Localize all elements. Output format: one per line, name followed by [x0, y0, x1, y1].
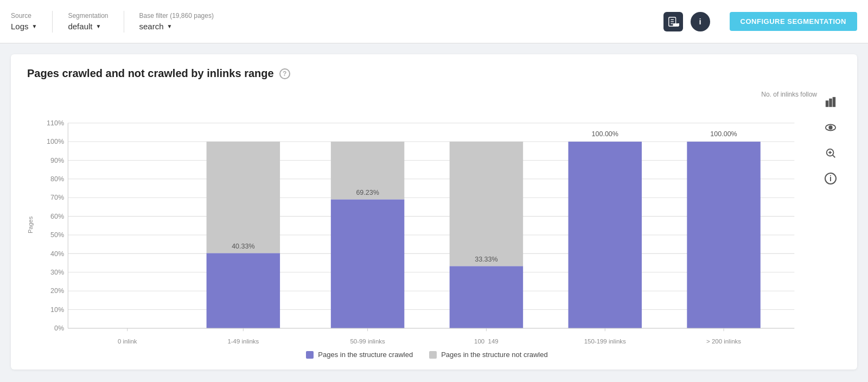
- bar-crawled-50-99: [331, 199, 404, 328]
- bar-not-crawled-1-49: [207, 142, 280, 253]
- svg-text:110%: 110%: [47, 119, 64, 127]
- chart-area: No. of inlinks follow 110% 100% 90% 80% …: [37, 91, 817, 359]
- x-label-200-plus: > 200 inlinks: [706, 338, 741, 343]
- x-label-100-149: 100_149: [474, 338, 499, 343]
- legend-crawled-color: [306, 351, 314, 359]
- separator-1: [52, 11, 53, 33]
- pct-label-150-199: 100.00%: [592, 130, 618, 138]
- legend-not-crawled: Pages in the structure not crawled: [429, 351, 548, 359]
- svg-line-43: [833, 155, 835, 158]
- svg-text:30%: 30%: [50, 269, 64, 276]
- eye-icon[interactable]: [825, 122, 837, 136]
- source-label: Source: [11, 12, 37, 20]
- legend-not-crawled-color: [429, 351, 437, 359]
- no-inlinks-note: No. of inlinks follow: [37, 91, 817, 98]
- svg-text:40%: 40%: [50, 250, 64, 258]
- source-arrow-icon: ▼: [32, 23, 37, 29]
- segmentation-select[interactable]: default ▼: [68, 22, 108, 31]
- x-label-0: 0 inlink: [118, 338, 137, 343]
- bar-not-crawled-100-149: [450, 142, 523, 266]
- chart-help-icon[interactable]: ?: [279, 68, 290, 79]
- chart-title-text: Pages crawled and not crawled by inlinks…: [27, 67, 274, 80]
- pct-label-50-99: 69.23%: [356, 189, 379, 196]
- side-icons: i: [820, 91, 841, 359]
- pct-label-200-plus: 100.00%: [710, 130, 737, 138]
- bar-crawled-200-plus: [687, 142, 760, 328]
- chart-container: Pages No. of inlinks follow 110% 100% 90…: [27, 91, 841, 359]
- svg-text:PDF: PDF: [673, 23, 679, 27]
- chart-title: Pages crawled and not crawled by inlinks…: [27, 67, 841, 80]
- svg-point-41: [829, 126, 832, 129]
- pdf-export-button[interactable]: PDF: [663, 12, 683, 31]
- bar-crawled-100-149: [450, 266, 523, 328]
- svg-text:80%: 80%: [50, 175, 64, 183]
- chart-card: Pages crawled and not crawled by inlinks…: [11, 54, 857, 370]
- x-label-150-199: 150-199 inlinks: [584, 338, 626, 343]
- svg-rect-38: [829, 99, 832, 107]
- zoom-in-icon[interactable]: [825, 147, 837, 162]
- segmentation-value: default: [68, 22, 92, 31]
- pct-label-100-149: 33.33%: [475, 256, 497, 263]
- svg-text:90%: 90%: [50, 157, 64, 164]
- base-filter-value: search: [139, 22, 164, 31]
- base-filter-select[interactable]: search ▼: [139, 22, 214, 31]
- info-side-icon[interactable]: i: [825, 173, 837, 184]
- base-filter-arrow-icon: ▼: [167, 23, 173, 29]
- configure-segmentation-button[interactable]: CONFIGURE SEGMENTATION: [730, 12, 857, 31]
- top-icons: PDF i: [663, 12, 710, 31]
- source-select[interactable]: Logs ▼: [11, 22, 37, 31]
- svg-text:10%: 10%: [50, 306, 64, 314]
- legend-crawled-label: Pages in the structure crawled: [318, 351, 413, 359]
- x-label-1-49: 1-49 inlinks: [227, 338, 259, 343]
- separator-2: [124, 11, 124, 33]
- svg-rect-37: [826, 101, 828, 106]
- segmentation-label: Segmentation: [68, 12, 108, 20]
- bar-chart-icon[interactable]: [825, 96, 837, 111]
- legend-not-crawled-label: Pages in the structure not crawled: [441, 351, 548, 359]
- svg-text:0%: 0%: [54, 324, 64, 332]
- chart-svg: 110% 100% 90% 80% 70% 60% 50% 40% 30% 20…: [37, 100, 817, 343]
- base-filter-control: Base filter (19,860 pages) search ▼: [139, 12, 214, 31]
- main-content: Pages crawled and not crawled by inlinks…: [0, 43, 868, 380]
- chart-legend: Pages in the structure crawled Pages in …: [37, 351, 817, 359]
- bar-crawled-1-49: [207, 253, 280, 328]
- pct-label-1-49: 40.33%: [232, 243, 254, 250]
- svg-text:20%: 20%: [50, 287, 64, 295]
- svg-text:50%: 50%: [50, 231, 64, 239]
- source-value: Logs: [11, 22, 29, 31]
- svg-text:70%: 70%: [50, 194, 64, 201]
- segmentation-arrow-icon: ▼: [95, 23, 101, 29]
- base-filter-label: Base filter (19,860 pages): [139, 12, 214, 20]
- source-control: Source Logs ▼: [11, 12, 37, 31]
- y-axis: 110% 100% 90% 80% 70% 60% 50% 40% 30% 20…: [47, 119, 794, 332]
- svg-text:60%: 60%: [50, 213, 64, 220]
- x-label-50-99: 50-99 inlinks: [350, 338, 385, 343]
- segmentation-control: Segmentation default ▼: [68, 12, 108, 31]
- legend-crawled: Pages in the structure crawled: [306, 351, 413, 359]
- top-bar: Source Logs ▼ Segmentation default ▼ Bas…: [0, 0, 868, 43]
- svg-text:100%: 100%: [47, 138, 64, 145]
- info-button[interactable]: i: [691, 12, 710, 31]
- bar-crawled-150-199: [569, 142, 642, 328]
- y-axis-label: Pages: [27, 91, 34, 359]
- svg-rect-39: [833, 98, 835, 107]
